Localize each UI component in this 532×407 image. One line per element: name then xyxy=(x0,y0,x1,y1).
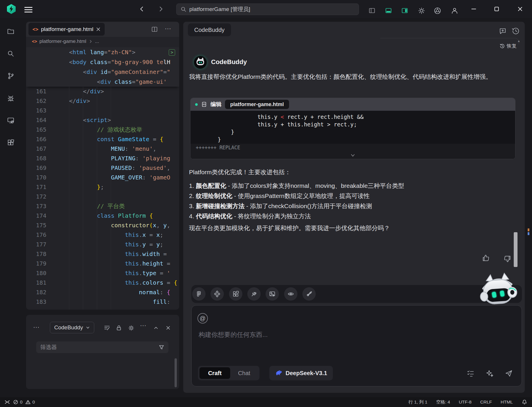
code-line: 165 // 游戏状态枚举 xyxy=(26,125,179,135)
clear-output-icon[interactable] xyxy=(103,324,111,332)
lock-icon[interactable] xyxy=(115,324,123,332)
chat-input-placeholder[interactable]: 构建你想要的任何东西... xyxy=(199,330,268,339)
panel-view-dropdown[interactable]: CodeBuddy xyxy=(50,322,94,333)
extensions-icon[interactable] xyxy=(4,136,17,150)
restore-label: 恢复 xyxy=(507,43,517,49)
edit-file-pill[interactable]: platformer-game.html xyxy=(225,100,289,109)
edit-card-code: this.y < rect.y + rect.height && this.y … xyxy=(190,111,515,144)
filter-funnel-icon[interactable] xyxy=(159,344,164,350)
search-input[interactable]: platformerGame [管理员] xyxy=(176,3,359,15)
enhance-sparkle-icon[interactable] xyxy=(486,369,494,377)
panel-more-actions-icon[interactable]: ⋯ xyxy=(139,322,147,329)
panel-close-icon[interactable] xyxy=(164,324,172,332)
assistant-avatar xyxy=(194,56,207,69)
summary-title: Platform类优化完成！主要改进包括： xyxy=(189,168,291,176)
code-line: 162 </div> xyxy=(26,96,179,106)
window-maximize-button[interactable] xyxy=(489,0,505,18)
thumbs-down-button[interactable] xyxy=(503,255,511,263)
window-close-button[interactable] xyxy=(512,0,528,18)
cursor-position[interactable]: 行 1, 列 1 xyxy=(408,399,427,405)
chat-scrollbar[interactable] xyxy=(514,232,518,267)
components-diamonds-icon[interactable] xyxy=(210,287,224,301)
search-sidebar-icon[interactable] xyxy=(4,47,17,60)
code-line: 173 // 平台类 xyxy=(26,201,179,211)
panel-collapse-chevron-icon[interactable] xyxy=(152,324,160,332)
filter-input[interactable]: 筛选器 xyxy=(36,341,168,353)
code-area[interactable]: 161 </div>162 </div>163164 <script>165 /… xyxy=(26,87,179,310)
mention-button[interactable]: @ xyxy=(197,313,208,324)
mode-chat-button[interactable]: Chat xyxy=(230,367,258,379)
error-icon xyxy=(13,399,18,405)
model-selector[interactable]: DeepSeek-V3.1 xyxy=(269,366,333,380)
tab-close-icon[interactable] xyxy=(96,27,101,32)
codebuddy-logo-icon xyxy=(6,4,16,14)
problems-errors[interactable]: 0 xyxy=(13,399,23,405)
figma-icon[interactable] xyxy=(192,287,206,301)
restore-button[interactable]: 恢复 xyxy=(500,43,517,49)
scroll-up-arrow-icon[interactable]: ▲ xyxy=(517,39,520,43)
code-line: 172 xyxy=(26,192,179,201)
code-line: 166 const GameState = { xyxy=(26,135,179,144)
send-icon[interactable] xyxy=(505,369,513,377)
code-line: } xyxy=(196,136,515,143)
improvements-list: 1.颜色配置化 - 添加了colors对象支持normal、moving、bre… xyxy=(189,181,404,221)
breadcrumb[interactable]: <> platformer-game.html ... xyxy=(26,37,179,46)
window-minimize-button[interactable] xyxy=(466,0,482,18)
fold-marker[interactable]: > xyxy=(169,49,175,56)
plugin-connector-icon[interactable] xyxy=(247,287,261,301)
breadcrumb-more[interactable]: ... xyxy=(95,39,99,44)
mode-craft-button[interactable]: Craft xyxy=(199,367,230,379)
widgets-blocks-icon[interactable] xyxy=(229,287,242,301)
remote-explorer-icon[interactable] xyxy=(4,114,17,127)
new-chat-icon[interactable] xyxy=(499,27,507,36)
language-mode[interactable]: HTML xyxy=(501,399,513,405)
nav-back-button[interactable] xyxy=(139,6,145,12)
code-line: 178 this.width = xyxy=(26,249,179,259)
file-code-icon xyxy=(201,101,207,107)
eye-icon[interactable] xyxy=(284,287,297,301)
thumbs-up-button[interactable] xyxy=(482,254,491,262)
browser-chrome-icon[interactable] xyxy=(434,7,441,14)
account-person-icon[interactable] xyxy=(451,7,458,14)
code-line: 177 this.y = y; xyxy=(26,240,179,249)
history-icon[interactable] xyxy=(512,27,520,36)
settings-gear-icon[interactable] xyxy=(418,7,425,14)
panel-more-left-icon[interactable]: ⋯ xyxy=(33,324,40,331)
debug-icon[interactable] xyxy=(4,92,17,105)
chat-tab-codebuddy[interactable]: CodeBuddy xyxy=(188,23,231,36)
layout-sidebar-right-icon[interactable] xyxy=(401,7,408,14)
encoding[interactable]: UTF-8 xyxy=(459,399,471,405)
rocket-icon[interactable] xyxy=(302,287,316,301)
layout-panel-bottom-icon[interactable] xyxy=(385,7,392,14)
source-control-icon[interactable] xyxy=(4,69,17,83)
notifications-bell-icon[interactable] xyxy=(522,399,527,405)
explorer-folder-icon[interactable] xyxy=(4,25,17,38)
split-editor-icon[interactable] xyxy=(151,26,158,32)
indentation[interactable]: 空格: 4 xyxy=(436,399,450,405)
expand-diff-chevron[interactable] xyxy=(190,151,515,159)
layout-sidebar-left-icon[interactable] xyxy=(368,7,375,14)
replace-marker: +++++++ REPLACE xyxy=(190,144,515,151)
panel-settings-gear-icon[interactable] xyxy=(127,324,135,332)
overview-ruler-mark-blue xyxy=(528,232,529,235)
editor-more-actions-icon[interactable]: ⋯ xyxy=(165,25,171,32)
closing-question: 现在平台类更加模块化，易于扩展和维护。需要我进一步优化其他部分吗？ xyxy=(189,224,390,232)
menu-hamburger-button[interactable] xyxy=(24,6,32,14)
code-line: 181 this.colors = { xyxy=(26,278,179,288)
search-text: platformerGame [管理员] xyxy=(189,6,250,13)
chat-tab-label: CodeBuddy xyxy=(194,27,225,33)
chevron-down-icon xyxy=(86,326,90,330)
robot-mascot xyxy=(475,272,520,310)
chat-input-card[interactable]: @ 构建你想要的任何东西... Craft Chat DeepSeek-V3.1 xyxy=(191,305,522,386)
code-line: 174 class Platform { xyxy=(26,211,179,221)
panel-scrollbar[interactable] xyxy=(175,358,177,387)
tab-platformer-game[interactable]: <> platformer-game.html xyxy=(28,23,105,36)
task-checklist-icon[interactable] xyxy=(466,369,475,377)
image-upload-icon[interactable] xyxy=(266,287,279,301)
code-line: <div class="game-ui' xyxy=(26,77,179,87)
problems-warnings[interactable]: 0 xyxy=(25,399,35,405)
eol-sequence[interactable]: CRLF xyxy=(480,399,492,405)
remote-indicator-icon[interactable] xyxy=(4,399,10,405)
breadcrumb-file[interactable]: platformer-game.html xyxy=(39,39,86,44)
nav-forward-button[interactable] xyxy=(158,6,164,12)
